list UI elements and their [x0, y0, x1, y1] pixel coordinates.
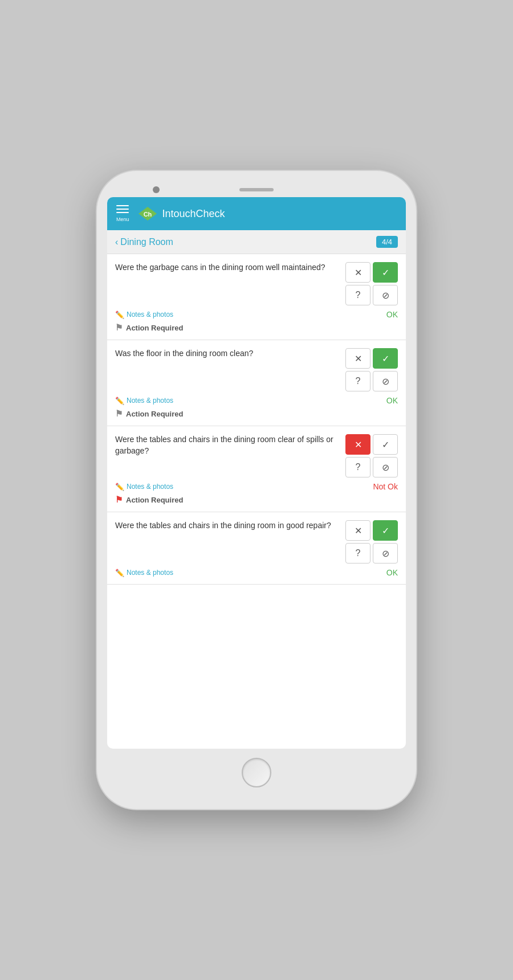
na-button-2[interactable]: ⊘ — [373, 371, 398, 391]
edit-icon-1: ✏️ — [115, 311, 124, 319]
action-required-3[interactable]: ⚑ Action Required — [115, 495, 398, 505]
action-label-1: Action Required — [126, 324, 183, 332]
menu-bar-2 — [116, 209, 129, 210]
app-title: IntouchCheck — [162, 208, 225, 220]
status-3: Not Ok — [373, 482, 398, 491]
speaker — [239, 188, 274, 191]
question-text-2: Was the floor in the dining room clean? — [115, 348, 340, 360]
action-label-2: Action Required — [126, 410, 183, 418]
menu-button[interactable]: Menu — [116, 205, 129, 222]
notes-link-1[interactable]: ✏️ Notes & photos — [115, 311, 173, 319]
check-button-2[interactable]: ✓ — [373, 348, 398, 369]
na-button-1[interactable]: ⊘ — [373, 285, 398, 305]
camera — [153, 186, 160, 193]
answer-buttons-3: ✕ ✓ ? ⊘ — [345, 434, 398, 477]
question-text-4: Were the tables and chairs in the dining… — [115, 520, 340, 532]
progress-badge: 4/4 — [376, 236, 398, 248]
answer-buttons-1: ✕ ✓ ? ⊘ — [345, 262, 398, 305]
edit-icon-4: ✏️ — [115, 569, 124, 577]
logo: Ch IntouchCheck — [137, 206, 225, 222]
check-button-3[interactable]: ✓ — [373, 434, 398, 455]
question-item-3: Were the tables and chairs in the dining… — [107, 426, 406, 512]
question-button-4[interactable]: ? — [345, 543, 370, 564]
menu-bar-1 — [116, 205, 129, 206]
notes-link-2[interactable]: ✏️ Notes & photos — [115, 397, 173, 405]
menu-bar-3 — [116, 212, 129, 213]
notes-label-2: Notes & photos — [127, 397, 173, 405]
question-item-4: Were the tables and chairs in the dining… — [107, 512, 406, 585]
svg-text:Ch: Ch — [143, 211, 152, 218]
phone-frame: Menu Ch IntouchCheck ‹ Dining Room 4/4 — [97, 171, 416, 809]
question-text-1: Were the garbage cans in the dining room… — [115, 262, 340, 273]
cross-button-2[interactable]: ✕ — [345, 348, 370, 369]
nav-title: Dining Room — [120, 237, 173, 247]
answer-buttons-2: ✕ ✓ ? ⊘ — [345, 348, 398, 391]
status-4: OK — [386, 568, 398, 577]
flag-icon-3: ⚑ — [115, 495, 123, 505]
home-button[interactable] — [242, 758, 271, 787]
na-button-3[interactable]: ⊘ — [373, 457, 398, 477]
flag-icon-2: ⚑ — [115, 409, 123, 419]
action-label-3: Action Required — [126, 496, 183, 504]
cross-button-3[interactable]: ✕ — [345, 434, 370, 455]
question-item-2: Was the floor in the dining room clean? … — [107, 340, 406, 426]
question-button-3[interactable]: ? — [345, 457, 370, 477]
questions-list: Were the garbage cans in the dining room… — [107, 254, 406, 749]
nav-bar: ‹ Dining Room 4/4 — [107, 230, 406, 254]
phone-top-bar — [107, 188, 406, 191]
phone-bottom — [107, 749, 406, 792]
answer-buttons-4: ✕ ✓ ? ⊘ — [345, 520, 398, 564]
check-button-1[interactable]: ✓ — [373, 262, 398, 283]
back-chevron: ‹ — [115, 237, 118, 247]
flag-icon-1: ⚑ — [115, 322, 123, 333]
edit-icon-2: ✏️ — [115, 397, 124, 405]
question-button-2[interactable]: ? — [345, 371, 370, 391]
status-2: OK — [386, 396, 398, 405]
cross-button-1[interactable]: ✕ — [345, 262, 370, 283]
status-1: OK — [386, 310, 398, 319]
question-item-1: Were the garbage cans in the dining room… — [107, 254, 406, 340]
app-header: Menu Ch IntouchCheck — [107, 197, 406, 230]
question-button-1[interactable]: ? — [345, 285, 370, 305]
cross-button-4[interactable]: ✕ — [345, 520, 370, 541]
edit-icon-3: ✏️ — [115, 483, 124, 491]
phone-screen: Menu Ch IntouchCheck ‹ Dining Room 4/4 — [107, 197, 406, 749]
check-button-4[interactable]: ✓ — [373, 520, 398, 541]
notes-link-4[interactable]: ✏️ Notes & photos — [115, 569, 173, 577]
notes-label-4: Notes & photos — [127, 569, 173, 577]
notes-label-1: Notes & photos — [127, 311, 173, 318]
notes-link-3[interactable]: ✏️ Notes & photos — [115, 483, 173, 491]
question-text-3: Were the tables and chairs in the dining… — [115, 434, 340, 456]
back-button[interactable]: ‹ Dining Room — [115, 237, 173, 247]
logo-icon: Ch — [137, 206, 158, 222]
action-required-2[interactable]: ⚑ Action Required — [115, 409, 398, 419]
notes-label-3: Notes & photos — [127, 483, 173, 491]
action-required-1[interactable]: ⚑ Action Required — [115, 322, 398, 333]
na-button-4[interactable]: ⊘ — [373, 543, 398, 564]
menu-label: Menu — [116, 217, 129, 222]
